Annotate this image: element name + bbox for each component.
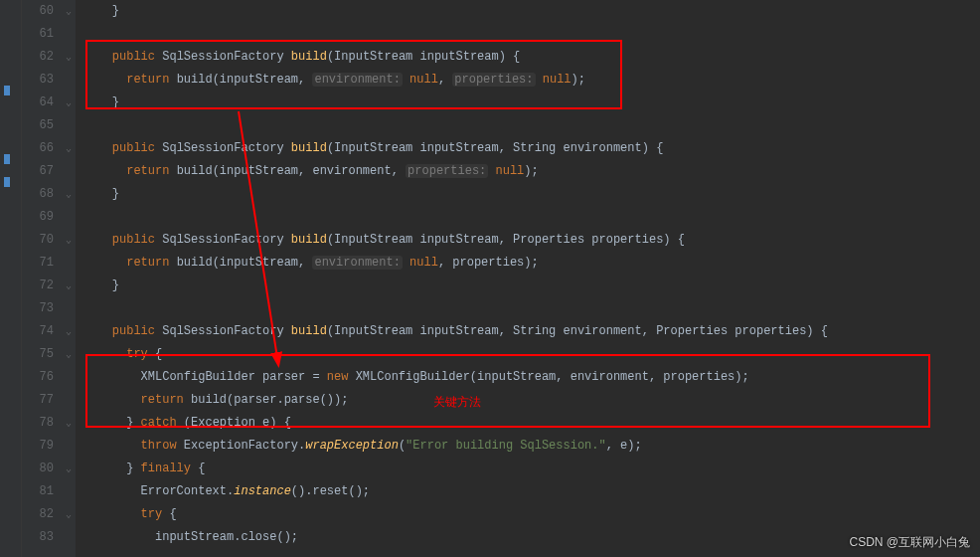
code-line[interactable]: throw ExceptionFactory.wrapException("Er… [83,435,980,458]
code-line[interactable]: return build(inputStream, environment, p… [83,160,980,183]
code-line[interactable]: try { [83,503,980,526]
code-editor: 6061626364656667686970717273747576777879… [0,0,980,557]
fold-marker[interactable]: ⌄ [62,229,76,252]
fold-column[interactable]: ⌄⌄⌄⌄⌄⌄⌄⌄⌄⌄⌄⌄ [62,0,76,557]
code-line[interactable]: public SqlSessionFactory build(InputStre… [83,229,980,252]
line-number: 66 [22,137,54,160]
fold-marker[interactable] [62,480,76,503]
line-number: 63 [22,69,54,92]
code-line[interactable]: return build(inputStream, environment: n… [83,69,980,92]
fold-marker[interactable]: ⌄ [62,412,76,435]
code-line[interactable]: public SqlSessionFactory build(InputStre… [83,137,980,160]
line-numbers: 6061626364656667686970717273747576777879… [22,0,62,557]
code-line[interactable] [83,297,980,320]
fold-marker[interactable] [62,526,76,549]
line-number: 74 [22,320,54,343]
fold-marker[interactable] [62,297,76,320]
line-number: 75 [22,343,54,366]
line-number: 60 [22,0,54,23]
code-line[interactable]: return build(parser.parse()); [83,389,980,412]
fold-marker[interactable]: ⌄ [62,275,76,297]
fold-marker[interactable] [62,114,76,137]
fold-marker[interactable] [62,435,76,458]
code-line[interactable]: } [83,275,980,297]
line-number: 64 [22,92,54,114]
fold-marker[interactable] [62,69,76,92]
code-line[interactable]: try { [83,343,980,366]
fold-marker[interactable] [62,366,76,389]
line-number: 69 [22,206,54,229]
line-number: 70 [22,229,54,252]
fold-marker[interactable]: ⌄ [62,183,76,206]
fold-marker[interactable] [62,23,76,46]
line-number: 79 [22,435,54,458]
code-line[interactable]: } [83,92,980,114]
line-number: 73 [22,297,54,320]
bookmark-marker [4,177,10,187]
fold-marker[interactable]: ⌄ [62,503,76,526]
line-number: 61 [22,23,54,46]
annotation-label: 关键方法 [433,394,481,411]
line-number: 65 [22,114,54,137]
code-line[interactable]: XMLConfigBuilder parser = new XMLConfigB… [83,366,980,389]
line-number: 76 [22,366,54,389]
code-line[interactable]: public SqlSessionFactory build(InputStre… [83,320,980,343]
code-line[interactable] [83,114,980,137]
line-number: 78 [22,412,54,435]
code-line[interactable]: } [83,0,980,23]
bookmark-marker [4,86,10,95]
gutter-bookmarks [0,0,22,557]
fold-marker[interactable]: ⌄ [62,0,76,23]
line-number: 83 [22,526,54,549]
code-line[interactable]: public SqlSessionFactory build(InputStre… [83,46,980,69]
watermark: CSDN @互联网小白兔 [849,534,970,551]
line-number: 82 [22,503,54,526]
line-number: 68 [22,183,54,206]
fold-marker[interactable] [62,206,76,229]
fold-marker[interactable]: ⌄ [62,320,76,343]
fold-marker[interactable]: ⌄ [62,92,76,114]
code-line[interactable]: } finally { [83,458,980,480]
code-line[interactable] [83,206,980,229]
line-number: 71 [22,252,54,275]
fold-marker[interactable] [62,389,76,412]
line-number: 80 [22,458,54,480]
fold-marker[interactable]: ⌄ [62,343,76,366]
line-number: 67 [22,160,54,183]
code-line[interactable] [83,23,980,46]
line-number: 72 [22,275,54,297]
code-line[interactable]: } [83,183,980,206]
code-line[interactable]: inputStream.close(); [83,526,980,549]
line-number: 62 [22,46,54,69]
code-line[interactable]: return build(inputStream, environment: n… [83,252,980,275]
code-line[interactable]: ErrorContext.instance().reset(); [83,480,980,503]
line-number: 77 [22,389,54,412]
fold-marker[interactable]: ⌄ [62,137,76,160]
code-area[interactable]: 关键方法 } public SqlSessionFactory build(In… [76,0,980,557]
fold-marker[interactable] [62,160,76,183]
bookmark-marker [4,154,10,164]
line-number: 81 [22,480,54,503]
fold-marker[interactable]: ⌄ [62,46,76,69]
fold-marker[interactable]: ⌄ [62,458,76,480]
fold-marker[interactable] [62,252,76,275]
code-line[interactable]: } catch (Exception e) { [83,412,980,435]
